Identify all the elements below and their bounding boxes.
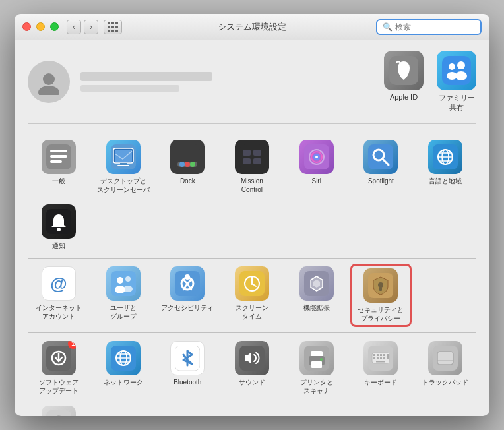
siri-icon-box [299,140,334,174]
notification-label: 通知 [52,241,65,250]
profile-section: Apple ID ファミリー共有 [28,51,476,124]
users-item[interactable]: ユーザとグループ [92,264,154,327]
internet-item[interactable]: @ インターネットアカウント [28,264,90,327]
svg-point-31 [315,156,318,158]
users-label: ユーザとグループ [110,303,137,321]
screentime-label: スクリーンタイム [236,303,268,321]
keyboard-icon [368,346,393,371]
svg-rect-97 [46,410,71,416]
svg-rect-25 [243,158,251,164]
screentime-item[interactable]: スクリーンタイム [221,264,283,327]
desktop-icon-box [106,140,141,174]
sound-item[interactable]: サウンド [221,338,283,398]
forward-button[interactable]: › [84,20,98,34]
dock-icon [175,144,200,169]
bluetooth-label: Bluetooth [173,378,201,386]
search-input[interactable] [395,22,475,32]
grid-view-button[interactable] [104,20,122,34]
mission-item[interactable]: MissionControl [221,137,283,197]
network-item[interactable]: ネットワーク [92,338,154,398]
extension-icon [304,271,329,296]
svg-rect-93 [376,361,385,363]
mission-icon-box [235,140,269,174]
svg-rect-10 [50,155,67,158]
notification-icon-box [42,204,76,239]
svg-rect-76 [245,355,247,361]
svg-text:@: @ [50,274,67,293]
apple-id-icon [389,56,418,85]
notification-icon [46,209,71,234]
svg-point-46 [117,277,123,284]
extension-item[interactable]: 機能拡張 [286,264,348,327]
network-label: ネットワーク [104,378,143,386]
svg-point-64 [378,282,383,288]
back-button[interactable]: ‹ [67,20,81,34]
language-icon-box [428,140,462,174]
general-icon [46,144,71,169]
maximize-button[interactable] [50,22,59,31]
printer-item[interactable]: プリンタとスキャナ [286,338,348,398]
extension-label: 機能拡張 [303,303,330,312]
desktop-item[interactable]: デスクトップとスクリーンセーバ [92,137,154,197]
notification-item[interactable]: 通知 [28,202,90,253]
language-item[interactable]: 言語と地域 [414,137,476,197]
keyboard-item[interactable]: キーボード [350,338,412,398]
minimize-button[interactable] [36,22,45,31]
bluetooth-item[interactable]: Bluetooth [156,338,218,398]
profile-info [80,72,384,92]
bluetooth-icon-box [170,341,205,375]
svg-rect-80 [311,361,322,368]
nav-buttons: ‹ › [67,20,98,34]
users-icon-box [106,266,141,301]
security-item[interactable]: セキュリティとプライバシー [350,264,412,327]
family-icon [442,56,471,85]
svg-rect-95 [437,352,453,365]
dock-item[interactable]: Dock [156,137,218,197]
profile-detail [80,85,179,92]
svg-rect-86 [380,354,382,356]
svg-point-1 [38,86,59,95]
printer-icon [304,346,329,371]
security-icon [368,273,393,298]
software-label: ソフトウェアアップデート [39,378,79,395]
internet-icon-box: @ [42,266,76,301]
mouse-item[interactable]: マウス [28,403,90,416]
close-button[interactable] [22,22,31,31]
general-icon-box [42,140,76,174]
content-area: Apple ID ファミリー共有 [15,40,489,416]
dock-label: Dock [180,177,195,185]
apple-id-icon-box [384,51,424,90]
trackpad-label: トラックパッド [422,378,468,386]
svg-point-81 [320,358,323,361]
svg-rect-91 [383,357,385,359]
svg-point-42 [57,228,61,231]
trackpad-icon-box [428,341,462,375]
apple-id-icon-item[interactable]: Apple ID [384,51,424,113]
internet-label: インターネットアカウント [36,303,82,321]
software-item[interactable]: 1 ソフトウェアアップデート [28,338,90,398]
search-box[interactable]: 🔍 [376,19,482,35]
svg-rect-23 [243,150,251,156]
svg-rect-32 [368,144,393,169]
section2-grid: @ インターネットアカウント ユーザとグループ [28,264,476,327]
trackpad-item[interactable]: トラックパッド [414,338,476,398]
svg-point-21 [190,162,195,167]
window-title: システム環境設定 [218,21,286,33]
svg-point-0 [43,73,55,85]
svg-point-20 [185,162,190,167]
svg-rect-90 [380,357,382,359]
svg-point-49 [123,286,133,292]
spotlight-item[interactable]: Spotlight [350,137,412,197]
avatar[interactable] [28,61,70,103]
dock-icon-box [170,140,205,174]
accessibility-item[interactable]: アクセシビリティ [156,264,218,327]
mouse-icon-box [42,406,76,416]
svg-rect-75 [239,346,265,371]
svg-rect-11 [50,160,62,163]
siri-item[interactable]: Siri [286,137,348,197]
family-sharing-icon-item[interactable]: ファミリー共有 [437,51,476,113]
apple-id-label: Apple ID [390,93,418,101]
general-item[interactable]: 一般 [28,137,90,197]
sound-label: サウンド [239,378,265,386]
keyboard-icon-box [363,341,398,375]
